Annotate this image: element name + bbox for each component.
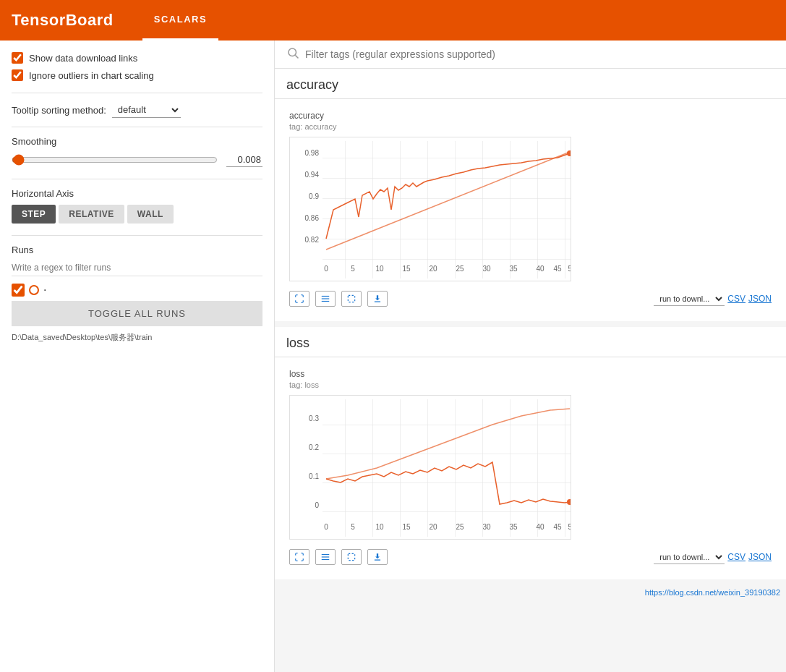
sidebar: Show data download links Ignore outliers… [0, 41, 275, 672]
main-content: accuracy accuracy tag: accuracy 0.98 [275, 41, 786, 672]
axis-title: Horizontal Axis [12, 188, 262, 199]
svg-text:40: 40 [536, 265, 544, 273]
accuracy-section: accuracy accuracy tag: accuracy 0.98 [275, 69, 786, 321]
svg-line-1 [295, 55, 298, 58]
run-checkbox[interactable] [12, 284, 25, 297]
data-toggle-icon[interactable] [315, 291, 336, 307]
smoothing-slider[interactable] [12, 154, 218, 166]
search-input[interactable] [305, 48, 774, 60]
ignore-outliers-checkbox[interactable] [12, 69, 23, 81]
svg-text:40: 40 [536, 523, 544, 531]
svg-text:0.2: 0.2 [309, 443, 319, 451]
loss-selection-icon[interactable] [341, 549, 362, 565]
svg-text:35: 35 [509, 265, 518, 273]
accuracy-chart-svg: 0.98 0.94 0.9 0.86 0.82 0 5 10 15 20 25 … [289, 137, 571, 281]
nav-item-scalars[interactable]: SCALARS [142, 0, 218, 41]
show-download-label: Show data download links [29, 53, 137, 64]
run-download-select[interactable]: run to downl... [654, 292, 725, 306]
ignore-outliers-row[interactable]: Ignore outliers in chart scaling [12, 69, 262, 81]
loss-csv-link[interactable]: CSV [727, 552, 746, 562]
tooltip-select[interactable]: default ascending descending nearest [112, 102, 181, 118]
ignore-outliers-label: Ignore outliers in chart scaling [29, 70, 154, 81]
divider-2 [12, 127, 262, 127]
svg-text:0: 0 [324, 265, 328, 273]
svg-text:30: 30 [482, 265, 491, 273]
loss-expand-icon[interactable] [289, 549, 309, 565]
axis-step-btn[interactable]: STEP [12, 205, 56, 224]
accuracy-chart-tag: tag: accuracy [289, 122, 772, 131]
svg-text:0.3: 0.3 [309, 414, 319, 422]
loss-json-link[interactable]: JSON [748, 552, 772, 562]
loss-chart-toolbar: run to downl... CSV JSON [289, 546, 772, 568]
app-logo: TensorBoard [12, 11, 114, 30]
svg-text:25: 25 [456, 523, 464, 531]
smoothing-value: 0.008 [226, 153, 262, 167]
accuracy-section-title: accuracy [275, 69, 786, 99]
svg-text:0.9: 0.9 [309, 192, 319, 200]
download-icon[interactable] [367, 291, 388, 307]
runs-title: Runs [12, 244, 262, 255]
run-dot: · [43, 284, 46, 297]
svg-text:15: 15 [402, 523, 411, 531]
svg-text:5: 5 [351, 265, 355, 273]
divider-4 [12, 235, 262, 236]
svg-text:5: 5 [351, 523, 355, 531]
loss-download-icon[interactable] [367, 549, 388, 565]
accuracy-chart-label: accuracy [289, 111, 772, 121]
svg-text:20: 20 [429, 265, 437, 273]
smoothing-row: 0.008 [12, 153, 262, 167]
svg-text:0: 0 [324, 523, 328, 531]
svg-rect-44 [348, 553, 354, 560]
expand-icon[interactable] [289, 291, 309, 307]
runs-section: Runs · TOGGLE ALL RUNS D:\Data_saved\Des… [12, 244, 262, 343]
search-icon [286, 46, 299, 62]
footer-link[interactable]: https://blog.csdn.net/weixin_39190382 [275, 585, 786, 600]
runs-filter-input[interactable] [12, 260, 262, 276]
loss-chart-tag: tag: loss [289, 380, 772, 389]
download-run-wrap: run to downl... CSV JSON [654, 292, 772, 306]
svg-text:15: 15 [402, 265, 411, 273]
svg-point-0 [289, 48, 296, 56]
axis-section: Horizontal Axis STEP RELATIVE WALL [12, 188, 262, 224]
svg-text:30: 30 [482, 523, 491, 531]
svg-text:0: 0 [315, 501, 319, 509]
svg-text:45: 45 [553, 523, 562, 531]
header-nav: SCALARS [142, 0, 218, 41]
svg-text:20: 20 [429, 523, 437, 531]
axis-wall-btn[interactable]: WALL [127, 205, 174, 224]
run-item: · [12, 284, 262, 297]
loss-chart-svg: 0.3 0.2 0.1 0 0 5 10 15 20 25 30 35 40 4… [289, 395, 571, 540]
loss-chart-label: loss [289, 369, 772, 379]
smoothing-title: Smoothing [12, 136, 262, 147]
axis-relative-btn[interactable]: RELATIVE [59, 205, 124, 224]
svg-text:0.86: 0.86 [305, 214, 320, 222]
selection-icon[interactable] [341, 291, 362, 307]
search-bar [275, 41, 786, 69]
show-download-checkbox[interactable] [12, 52, 23, 64]
tooltip-row: Tooltip sorting method: default ascendin… [12, 102, 262, 118]
svg-text:0.1: 0.1 [309, 472, 319, 480]
svg-text:10: 10 [375, 265, 384, 273]
svg-text:0.94: 0.94 [305, 171, 320, 179]
svg-rect-23 [348, 295, 354, 302]
divider-1 [12, 93, 262, 93]
svg-text:25: 25 [456, 265, 464, 273]
run-path: D:\Data_saved\Desktop\tes\服务器\train [12, 332, 262, 343]
smoothing-section: Smoothing 0.008 [12, 136, 262, 167]
svg-text:0.98: 0.98 [305, 149, 320, 157]
loss-section: loss loss tag: loss 0.3 0.2 0.1 [275, 327, 786, 579]
svg-text:35: 35 [509, 523, 518, 531]
show-download-row[interactable]: Show data download links [12, 52, 262, 64]
svg-text:0.82: 0.82 [305, 236, 320, 244]
axis-buttons: STEP RELATIVE WALL [12, 205, 262, 224]
loss-data-toggle-icon[interactable] [315, 549, 336, 565]
loss-download-run-wrap: run to downl... CSV JSON [654, 550, 772, 564]
csv-link[interactable]: CSV [727, 294, 746, 304]
loss-section-title: loss [275, 327, 786, 357]
loss-run-download-select[interactable]: run to downl... [654, 550, 725, 564]
json-link[interactable]: JSON [748, 294, 772, 304]
svg-text:10: 10 [375, 523, 384, 531]
toggle-all-runs-button[interactable]: TOGGLE ALL RUNS [12, 301, 262, 326]
options-section: Show data download links Ignore outliers… [12, 52, 262, 81]
accuracy-chart-toolbar: run to downl... CSV JSON [289, 288, 772, 310]
